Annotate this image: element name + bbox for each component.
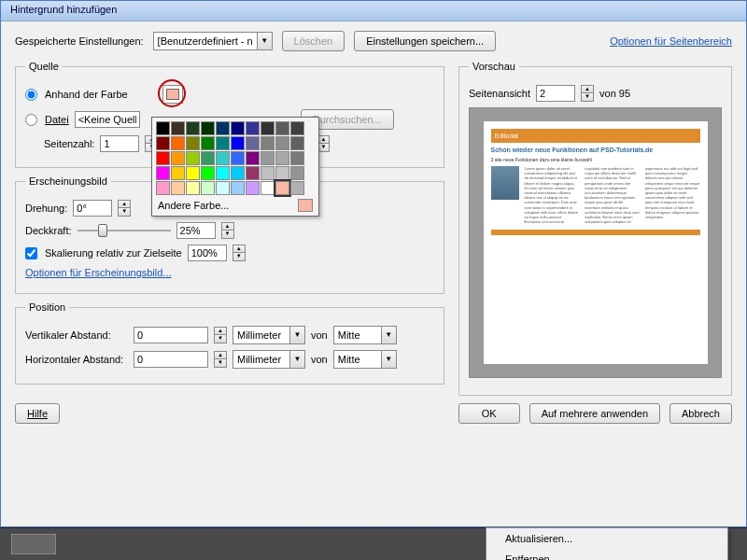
hanchor-combo[interactable]: ▼ — [333, 350, 397, 369]
square-icon — [166, 89, 179, 100]
preview-canvas: Editorial Schon wieder neue Funktionen a… — [469, 107, 722, 378]
color-cell[interactable] — [246, 181, 260, 195]
color-cell[interactable] — [261, 151, 275, 165]
vanchor-combo[interactable]: ▼ — [333, 326, 397, 344]
color-cell[interactable] — [186, 151, 200, 165]
file-label: Datei — [45, 114, 69, 125]
context-menu: Aktualisieren... Entfernen... — [486, 527, 728, 560]
color-cell[interactable] — [231, 121, 245, 135]
color-cell[interactable] — [201, 121, 215, 135]
save-settings-button[interactable]: Einstellungen speichern... — [354, 31, 496, 51]
color-picker-popup: Andere Farbe... — [151, 117, 319, 217]
hdist-input[interactable] — [134, 351, 208, 368]
color-cell[interactable] — [231, 166, 245, 180]
context-update[interactable]: Aktualisieren... — [486, 528, 727, 549]
color-cell[interactable] — [216, 121, 230, 135]
opacity-input[interactable] — [176, 222, 216, 239]
hdist-spinner[interactable]: ▲▼ — [214, 351, 227, 368]
vunit-combo[interactable]: ▼ — [233, 326, 305, 344]
color-cell[interactable] — [275, 166, 289, 180]
appearance-options-link[interactable]: Optionen für Erscheinungsbild... — [25, 267, 172, 278]
color-cell[interactable] — [216, 151, 230, 165]
source-legend: Quelle — [25, 61, 63, 72]
file-input[interactable] — [75, 111, 140, 128]
scale-input[interactable] — [188, 245, 227, 261]
opacity-slider[interactable] — [78, 222, 171, 239]
by-color-radio[interactable] — [25, 89, 37, 101]
color-cell[interactable] — [186, 121, 200, 135]
apply-multiple-button[interactable]: Auf mehrere anwenden — [529, 403, 660, 424]
chevron-down-icon[interactable]: ▼ — [257, 33, 272, 49]
hunit-combo[interactable]: ▼ — [233, 350, 305, 369]
color-cell[interactable] — [246, 151, 260, 165]
page-of-label: von 95 — [599, 88, 630, 99]
color-cell[interactable] — [201, 151, 215, 165]
color-cell[interactable] — [246, 136, 260, 150]
ok-button[interactable]: OK — [458, 403, 520, 424]
color-cell[interactable] — [171, 136, 185, 150]
color-cell[interactable] — [171, 151, 185, 165]
color-cell[interactable] — [201, 181, 215, 195]
color-cell[interactable] — [246, 121, 260, 135]
color-cell[interactable] — [231, 136, 245, 150]
page-options-link[interactable]: Optionen für Seitenbereich — [610, 35, 732, 47]
color-cell[interactable] — [261, 166, 275, 180]
color-cell[interactable] — [290, 151, 304, 165]
color-cell[interactable] — [290, 166, 304, 180]
color-cell[interactable] — [275, 136, 289, 150]
color-cell[interactable] — [246, 166, 260, 180]
color-cell[interactable] — [156, 151, 170, 165]
rotation-spinner[interactable]: ▲▼ — [118, 200, 131, 217]
rotation-input[interactable] — [73, 200, 112, 217]
page-view-input[interactable] — [536, 85, 575, 102]
panel-tab[interactable] — [11, 534, 56, 554]
help-button[interactable]: Hilfe — [15, 403, 60, 424]
scale-check[interactable] — [25, 247, 37, 259]
color-swatch-button[interactable] — [162, 85, 183, 104]
color-cell[interactable] — [171, 181, 185, 195]
preset-input[interactable] — [154, 33, 257, 49]
color-cell[interactable] — [201, 136, 215, 150]
color-cell[interactable] — [290, 181, 304, 195]
color-cell[interactable] — [186, 166, 200, 180]
vdist-spinner[interactable]: ▲▼ — [214, 327, 227, 343]
color-cell[interactable] — [231, 151, 245, 165]
file-radio[interactable] — [25, 114, 37, 126]
other-color-link[interactable]: Andere Farbe... — [158, 200, 229, 211]
cancel-button[interactable]: Abbrech — [669, 403, 732, 424]
color-cell[interactable] — [290, 136, 304, 150]
title-bar: Hintergrund hinzufügen — [1, 1, 746, 21]
color-cell[interactable] — [290, 121, 304, 135]
color-grid[interactable] — [156, 121, 315, 195]
color-cell[interactable] — [171, 121, 185, 135]
color-cell[interactable] — [275, 121, 289, 135]
color-cell[interactable] — [156, 181, 170, 195]
color-cell[interactable] — [201, 166, 215, 180]
scale-spinner[interactable]: ▲▼ — [233, 245, 246, 261]
color-cell[interactable] — [231, 181, 245, 195]
preset-combo[interactable]: ▼ — [153, 32, 273, 50]
color-cell[interactable] — [275, 181, 289, 195]
color-cell[interactable] — [156, 166, 170, 180]
vdist-input[interactable] — [134, 327, 208, 343]
color-cell[interactable] — [156, 121, 170, 135]
page-num-input[interactable] — [100, 135, 139, 152]
color-cell[interactable] — [216, 166, 230, 180]
position-group: Position Vertikaler Abstand: ▲▼ ▼ von ▼ … — [15, 301, 444, 385]
color-cell[interactable] — [156, 136, 170, 150]
color-cell[interactable] — [261, 121, 275, 135]
color-cell[interactable] — [186, 136, 200, 150]
by-color-label: Anhand der Farbe — [45, 89, 128, 100]
page-view-spinner[interactable]: ▲▼ — [581, 85, 594, 102]
color-cell[interactable] — [216, 136, 230, 150]
opacity-spinner[interactable]: ▲▼ — [221, 222, 234, 239]
color-cell[interactable] — [186, 181, 200, 195]
color-cell[interactable] — [261, 136, 275, 150]
color-cell[interactable] — [171, 166, 185, 180]
color-cell[interactable] — [261, 181, 275, 195]
photo-placeholder — [491, 166, 519, 200]
color-cell[interactable] — [216, 181, 230, 195]
saved-settings-label: Gespeicherte Einstellungen: — [15, 35, 144, 47]
color-cell[interactable] — [275, 151, 289, 165]
context-remove[interactable]: Entfernen... — [486, 549, 727, 560]
